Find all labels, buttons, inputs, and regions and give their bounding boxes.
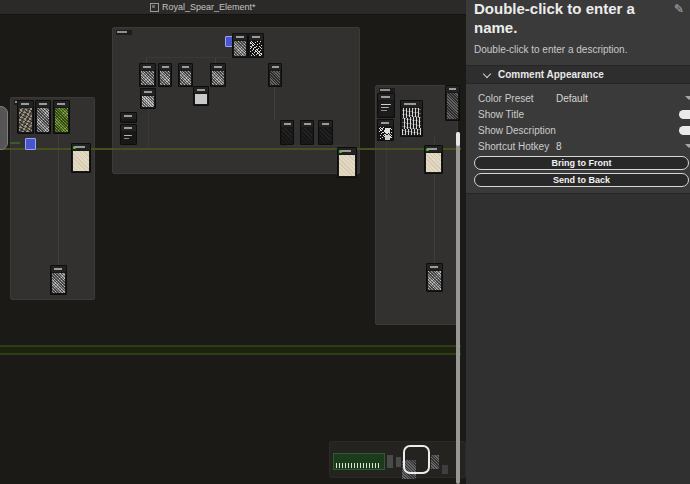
graph-node[interactable] bbox=[120, 112, 137, 123]
dropdown-caret-icon[interactable] bbox=[685, 96, 690, 100]
node-thumbnail bbox=[180, 71, 191, 85]
graph-node[interactable] bbox=[193, 86, 209, 106]
node-thumbnail bbox=[302, 128, 312, 143]
node-title-bar bbox=[54, 101, 69, 107]
node-title-bar bbox=[18, 101, 33, 107]
node-thumbnail bbox=[212, 71, 224, 85]
row-show-description: Show Description bbox=[466, 122, 690, 138]
panel-header: Double-click to enter a name. ✎ bbox=[466, 0, 690, 37]
node-thumbnail bbox=[282, 128, 292, 143]
node-thumbnail bbox=[73, 151, 89, 171]
wire-line bbox=[386, 141, 387, 201]
node-title-bar bbox=[249, 34, 263, 40]
graph-node[interactable] bbox=[400, 100, 423, 137]
node-title-bar bbox=[269, 64, 281, 70]
wire-line bbox=[148, 109, 149, 148]
wire-line bbox=[287, 145, 345, 146]
graph-node[interactable] bbox=[424, 145, 443, 174]
graph-tab[interactable]: Royal_Spear_Element* bbox=[150, 0, 256, 14]
graph-node[interactable] bbox=[445, 85, 460, 121]
graph-node[interactable] bbox=[248, 33, 264, 58]
node-thumbnail bbox=[234, 41, 246, 56]
node-thumbnail bbox=[339, 155, 355, 176]
minimap-chip bbox=[387, 455, 393, 468]
graph-node[interactable] bbox=[426, 263, 443, 292]
pencil-icon[interactable]: ✎ bbox=[674, 2, 684, 16]
row-color-preset: Color Preset Default bbox=[466, 90, 690, 106]
vertical-scrollbar[interactable] bbox=[456, 132, 460, 484]
node-thumbnail bbox=[160, 71, 170, 85]
node-title-bar bbox=[121, 125, 136, 131]
graph-node[interactable] bbox=[318, 120, 333, 145]
graph-node[interactable] bbox=[377, 93, 395, 118]
bring-to-front-button[interactable]: Bring to Front bbox=[474, 156, 689, 170]
shortcut-hotkey-dropdown[interactable]: 8 bbox=[556, 141, 690, 152]
graph-tab-bar: Royal_Spear_Element* bbox=[0, 0, 466, 15]
minimap-viewport-outline[interactable] bbox=[403, 445, 430, 474]
node-title-bar bbox=[72, 144, 90, 150]
graph-icon bbox=[150, 3, 159, 12]
app-window: Royal_Spear_Element* Double-click to ent… bbox=[0, 0, 690, 484]
graph-node[interactable] bbox=[210, 63, 226, 87]
node-thumbnail bbox=[55, 108, 68, 132]
node-thumbnail bbox=[320, 128, 331, 143]
node-graph-canvas[interactable] bbox=[0, 14, 466, 484]
graph-node[interactable] bbox=[268, 63, 282, 87]
comment-name-field[interactable]: Double-click to enter a name. bbox=[474, 0, 670, 37]
node-thumbnail bbox=[379, 101, 393, 116]
chevron-down-icon bbox=[483, 69, 491, 77]
graph-node[interactable] bbox=[384, 127, 391, 142]
color-preset-label: Color Preset bbox=[478, 93, 556, 104]
node-title-bar bbox=[211, 64, 225, 70]
node-thumbnail bbox=[195, 94, 207, 104]
show-title-toggle[interactable] bbox=[679, 110, 690, 119]
wire-line bbox=[0, 353, 461, 355]
graph-node[interactable] bbox=[158, 63, 172, 87]
node-title-bar bbox=[319, 121, 332, 127]
graph-node[interactable] bbox=[300, 120, 314, 145]
graph-node[interactable] bbox=[140, 88, 156, 109]
graph-node[interactable] bbox=[178, 63, 193, 87]
graph-node[interactable] bbox=[17, 100, 34, 134]
left-scroll-handle[interactable] bbox=[0, 106, 8, 150]
row-show-title: Show Title bbox=[466, 106, 690, 122]
show-title-label: Show Title bbox=[478, 109, 556, 120]
graph-node[interactable] bbox=[71, 143, 91, 173]
wire-line bbox=[0, 148, 461, 150]
node-title-bar bbox=[36, 101, 50, 107]
graph-node[interactable] bbox=[120, 124, 137, 145]
section-label: Comment Appearance bbox=[498, 69, 604, 80]
graph-tab-label: Royal_Spear_Element* bbox=[162, 2, 256, 12]
node-title-bar bbox=[141, 89, 155, 95]
minimap-graph-thumb[interactable] bbox=[333, 453, 385, 470]
node-title-bar bbox=[140, 64, 155, 70]
node-title-bar bbox=[301, 121, 313, 127]
row-shortcut-hotkey: Shortcut Hotkey 8 bbox=[466, 138, 690, 154]
graph-node[interactable] bbox=[25, 138, 36, 150]
node-title-bar bbox=[159, 64, 171, 70]
dropdown-caret-icon[interactable] bbox=[685, 144, 690, 148]
wire-line bbox=[58, 134, 59, 265]
section-comment-appearance[interactable]: Comment Appearance bbox=[466, 65, 690, 84]
graph-node[interactable] bbox=[232, 33, 248, 58]
graph-node[interactable] bbox=[35, 100, 51, 134]
color-preset-dropdown[interactable]: Default bbox=[556, 93, 690, 104]
graph-node[interactable] bbox=[280, 120, 294, 145]
minimap-node-thumb[interactable] bbox=[431, 455, 439, 469]
node-thumbnail bbox=[122, 120, 135, 121]
node-thumbnail bbox=[52, 273, 65, 293]
node-title-bar bbox=[194, 87, 208, 93]
show-description-label: Show Description bbox=[478, 125, 556, 136]
node-thumbnail bbox=[250, 41, 262, 56]
graph-node[interactable] bbox=[337, 147, 357, 178]
comment-description-field[interactable]: Double-click to enter a description. bbox=[466, 37, 690, 55]
show-description-toggle[interactable] bbox=[679, 126, 690, 135]
node-thumbnail bbox=[426, 153, 441, 172]
graph-node[interactable] bbox=[139, 63, 156, 87]
graph-node[interactable] bbox=[53, 100, 70, 134]
node-thumbnail bbox=[142, 96, 154, 107]
send-to-back-button[interactable]: Send to Back bbox=[474, 173, 689, 187]
node-title-bar bbox=[378, 120, 393, 126]
node-thumbnail bbox=[19, 108, 32, 132]
graph-node[interactable] bbox=[50, 265, 67, 295]
